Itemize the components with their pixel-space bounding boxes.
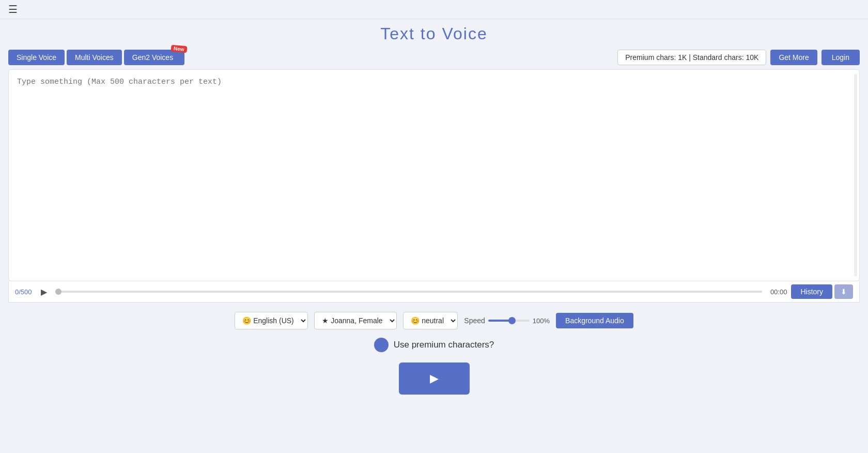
speed-label: Speed xyxy=(464,316,485,325)
language-select[interactable]: 😊 English (US) xyxy=(235,312,308,329)
progress-dot xyxy=(55,289,61,295)
download-icon: ⬇ xyxy=(841,288,847,296)
login-button[interactable]: Login xyxy=(822,50,860,65)
generate-row: ▶ xyxy=(0,363,868,395)
generate-play-icon: ▶ xyxy=(430,372,439,385)
background-audio-button[interactable]: Background Audio xyxy=(556,313,633,328)
voice-select[interactable]: ★ Joanna, Female xyxy=(314,312,397,329)
chars-info: Premium chars: 1K | Standard chars: 10K xyxy=(617,50,766,65)
time-display: 00:00 xyxy=(766,288,787,296)
char-count: 0/500 xyxy=(15,288,41,296)
progress-bar[interactable] xyxy=(55,291,762,293)
text-input[interactable] xyxy=(17,76,851,273)
speed-pct: 100% xyxy=(533,317,550,325)
speed-control: Speed 100% xyxy=(464,316,550,325)
tab-gen2-voices[interactable]: Gen2 Voices New xyxy=(124,50,184,65)
download-button[interactable]: ⬇ xyxy=(834,284,853,299)
premium-label: Use premium characters? xyxy=(394,340,494,350)
get-more-button[interactable]: Get More xyxy=(770,50,817,65)
speed-slider[interactable] xyxy=(488,320,530,322)
play-button-small[interactable]: ▶ xyxy=(41,287,51,297)
scrollbar[interactable] xyxy=(854,74,857,277)
tab-multi-voices[interactable]: Multi Voices xyxy=(67,50,122,65)
page-title-bar: Text to Voice xyxy=(0,19,868,47)
emotion-select[interactable]: 😊 neutral xyxy=(403,312,458,329)
premium-toggle[interactable] xyxy=(374,338,389,352)
topbar-left: ☰ xyxy=(8,4,18,14)
tab-single-voice[interactable]: Single Voice xyxy=(8,50,65,65)
main-text-area xyxy=(8,69,860,281)
new-badge: New xyxy=(171,45,187,53)
page-title: Text to Voice xyxy=(0,24,868,43)
generate-button[interactable]: ▶ xyxy=(399,363,470,395)
player-row: 0/500 ▶ 00:00 History ⬇ xyxy=(8,281,860,303)
topbar: ☰ xyxy=(0,0,868,19)
history-button[interactable]: History xyxy=(791,284,832,299)
tabs-right: Premium chars: 1K | Standard chars: 10K … xyxy=(617,50,860,65)
tabs-row: Single Voice Multi Voices Gen2 Voices Ne… xyxy=(0,47,868,69)
tabs-left: Single Voice Multi Voices Gen2 Voices Ne… xyxy=(8,50,184,65)
hamburger-icon[interactable]: ☰ xyxy=(8,4,18,14)
premium-row: Use premium characters? xyxy=(0,338,868,352)
controls-row: 😊 English (US) ★ Joanna, Female 😊 neutra… xyxy=(0,312,868,329)
